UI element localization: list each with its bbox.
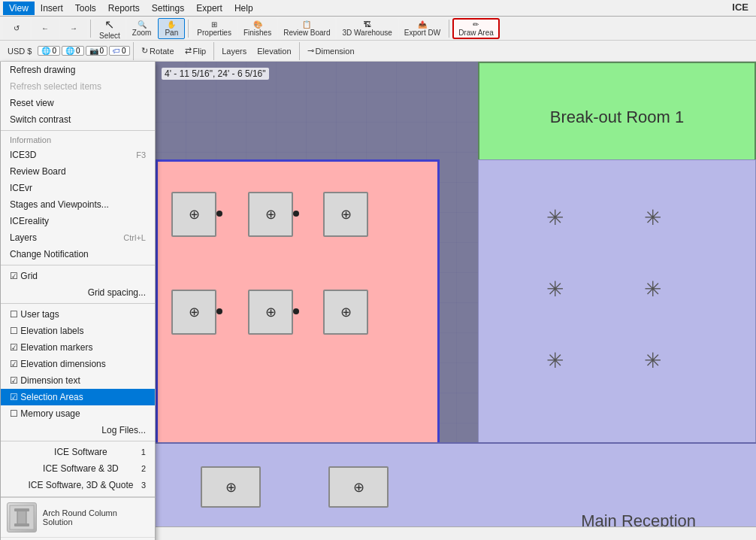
user-tags-check-icon: ☐ — [10, 309, 18, 320]
pan-button[interactable]: ✋ Pan — [158, 18, 185, 39]
canvas-area[interactable]: 4' - 11 5/16", 24' - 6 5/16" Break-out R… — [156, 62, 756, 540]
user-tags-item[interactable]: ☐ User tags — [1, 306, 155, 323]
switch-contrast-item[interactable]: Switch contrast — [1, 111, 155, 128]
elevation-labels-check-icon: ☐ — [10, 326, 18, 336]
reception-furniture-2 — [328, 466, 389, 508]
arch-round-column-item[interactable]: Arch Round Column Solution — [1, 498, 155, 538]
column-preview-svg — [8, 504, 35, 531]
elevation-button[interactable]: Elevation — [253, 44, 295, 58]
review-board-button[interactable]: 📋 Review Board — [278, 18, 335, 39]
review-board-icon: 📋 — [302, 20, 311, 29]
review-board-item[interactable]: Review Board — [1, 163, 155, 180]
export-dw-button[interactable]: 📤 Export DW — [399, 18, 446, 39]
elevation-markers-item[interactable]: ☑ Elevation markers — [1, 339, 155, 356]
toolbar-row2: USD $ 🌐 0 🌐 0 📷 0 🏷 0 ↻ Rotate ⇄ Flip La… — [0, 41, 756, 62]
ice-software-3d-item[interactable]: ICE Software & 3D 2 — [1, 460, 155, 477]
dimension-text-item[interactable]: ☑ Dimension text — [1, 372, 155, 389]
furniture-tm — [248, 192, 293, 237]
finishes-icon: 🎨 — [253, 20, 262, 29]
flip-icon: ⇄ — [185, 46, 192, 56]
menu-item-help[interactable]: Help — [228, 2, 259, 15]
badge-1[interactable]: 🌐 0 — [62, 46, 84, 56]
badge-3[interactable]: 🏷 0 — [109, 46, 130, 56]
log-files-item[interactable]: Log Files... — [1, 422, 155, 438]
layers-button[interactable]: Layers — [217, 44, 251, 58]
menu-item-settings[interactable]: Settings — [146, 2, 190, 15]
3d-warehouse-icon: 🏗 — [364, 20, 371, 29]
toolbar-row1: ↺ ← → ↖ Select 🔍 Zoom ✋ Pan ⊞ Properties… — [0, 17, 756, 41]
grid-check-icon: ☑ — [10, 271, 18, 281]
tag-icon: 🏷 — [113, 47, 120, 55]
information-label: Information — [1, 133, 155, 147]
icereality-item[interactable]: ICEreality — [1, 213, 155, 229]
main-reception: Main Reception — [156, 442, 756, 540]
icevr-item[interactable]: ICEvr — [1, 180, 155, 196]
elevation-dimensions-item[interactable]: ☑ Elevation dimensions — [1, 356, 155, 372]
breakout-room-label: Break-out Room 1 — [550, 108, 685, 127]
dimension-button[interactable]: ⊸ Dimension — [303, 44, 359, 58]
light-symbol-2: ✳ — [644, 205, 661, 230]
reception-furniture-1 — [201, 466, 261, 508]
draw-area-button[interactable]: ✏ Draw Area — [452, 18, 500, 39]
menu-item-view[interactable]: View — [3, 2, 35, 15]
view-menu-dropdown: Refresh drawing Refresh selected items R… — [0, 62, 156, 540]
properties-button[interactable]: ⊞ Properties — [192, 18, 237, 39]
refresh-button[interactable]: ↺ — [3, 18, 30, 39]
light-symbol-1: ✳ — [546, 205, 564, 230]
app-title: ICE — [732, 2, 748, 13]
select-button[interactable]: ↖ Select — [94, 18, 125, 39]
coord-display: 4' - 11 5/16", 24' - 6 5/16" — [162, 68, 269, 80]
memory-usage-item[interactable]: ☐ Memory usage — [1, 405, 155, 422]
export-icon: 📤 — [418, 20, 427, 29]
menu-bar: View Insert Tools Reports Settings Exper… — [0, 0, 756, 17]
menu-item-expert[interactable]: Expert — [190, 2, 228, 15]
ice-software-item[interactable]: ICE Software 1 — [1, 444, 155, 460]
sep-tb2 — [133, 42, 134, 60]
menu-item-tools[interactable]: Tools — [69, 2, 102, 15]
rotate-button[interactable]: ↻ Rotate — [137, 44, 178, 58]
layers-item[interactable]: Layers Ctrl+L — [1, 229, 155, 246]
ice3d-item[interactable]: ICE3D F3 — [1, 147, 155, 163]
ice-software-3d-quote-item[interactable]: ICE Software, 3D & Quote 3 — [1, 477, 155, 493]
grid-spacing-item[interactable]: Grid spacing... — [1, 284, 155, 301]
refresh-selected-item: Refresh selected items — [1, 78, 155, 95]
dot-tm — [293, 211, 299, 217]
dimension-text-check-icon: ☑ — [10, 375, 18, 386]
flip-button[interactable]: ⇄ Flip — [180, 44, 211, 58]
separator3 — [449, 20, 449, 38]
zoom-icon: 🔍 — [138, 20, 147, 29]
select-icon: ↖ — [104, 17, 114, 32]
memory-usage-check-icon: ☐ — [10, 408, 18, 419]
elevation-labels-item[interactable]: ☐ Elevation labels — [1, 323, 155, 339]
menu-item-reports[interactable]: Reports — [102, 2, 146, 15]
badge-2[interactable]: 📷 0 — [86, 46, 108, 56]
sep4 — [1, 441, 155, 441]
camera-icon: 📷 — [89, 47, 98, 55]
separator1 — [90, 20, 91, 38]
refresh-drawing-item[interactable]: Refresh drawing — [1, 62, 155, 78]
zoom-button[interactable]: 🔍 Zoom — [127, 18, 157, 39]
properties-icon: ⊞ — [211, 20, 217, 29]
sep3 — [1, 303, 155, 304]
currency-display: USD $ — [3, 44, 36, 58]
selection-areas-check-icon: ☑ — [10, 392, 18, 402]
rotate-icon: ↻ — [141, 46, 148, 56]
sep1 — [1, 130, 155, 131]
change-notification-item[interactable]: Change Notification — [1, 246, 155, 262]
grid-item[interactable]: ☑ Grid — [1, 268, 155, 284]
svg-rect-2 — [14, 508, 29, 511]
redo-button[interactable]: → — [60, 18, 87, 39]
selection-areas-item[interactable]: ☑ Selection Areas — [1, 389, 155, 405]
sep-tb2-3 — [299, 42, 300, 60]
undo-button[interactable]: ← — [32, 18, 59, 39]
sep2 — [1, 265, 155, 265]
finishes-button[interactable]: 🎨 Finishes — [238, 18, 277, 39]
reset-view-item[interactable]: Reset view — [1, 95, 155, 111]
draw-area-icon: ✏ — [473, 20, 479, 29]
badge-0[interactable]: 🌐 0 — [38, 46, 60, 56]
stages-viewpoints-item[interactable]: Stages and Viewpoints... — [1, 196, 155, 213]
menu-item-insert[interactable]: Insert — [35, 2, 69, 15]
dimension-icon: ⊸ — [307, 46, 314, 56]
elevation-dimensions-check-icon: ☑ — [10, 359, 18, 369]
3d-warehouse-button[interactable]: 🏗 3D Warehouse — [337, 18, 397, 39]
